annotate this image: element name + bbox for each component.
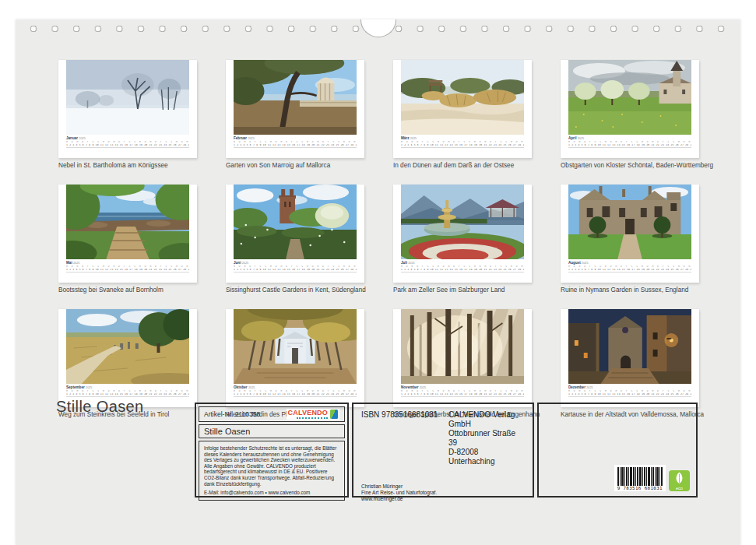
mini-month-name: Mai	[66, 261, 72, 265]
calvendo-flag-icon	[330, 410, 338, 419]
mini-year: 2025	[242, 262, 248, 265]
mini-month-name: Oktober	[234, 385, 248, 389]
mini-year: 2025	[410, 137, 417, 140]
mini-calendar-november: November 2025 M D M D F S S M D M D F S …	[401, 385, 524, 397]
mini-calendar-september: September 2025 M D M D F S S M D M D F S…	[66, 385, 189, 397]
photo-may-boardwalk	[66, 185, 189, 259]
author-website: www.mueringer.de	[361, 496, 525, 502]
month-card-november: November 2025 M D M D F S S M D M D F S …	[393, 309, 532, 407]
month-card-february: Februar 2025 M D M D F S S M D M D F S S…	[226, 60, 364, 158]
month-cell-december: Dezember 2025 M D M D F S S M D M D F S …	[561, 302, 699, 419]
mini-month-name: Dezember	[568, 385, 585, 389]
mini-year: 2025	[79, 137, 85, 140]
mini-date-row: 1 2 3 4 5 6 7 8 9 10 11 12 13 14 15 16 1…	[66, 393, 189, 397]
isbn: ISBN 9783516681031	[361, 410, 439, 466]
info-box: Artikel-Nr. 2110358 CALVENDO Stille Oase…	[195, 403, 349, 498]
mini-calendar-march: März 2025 M D M D F S S M D M D F S S M …	[401, 136, 524, 148]
caption-march: In den Dünen auf dem Darß an der Ostsee	[393, 162, 532, 170]
month-cell-february: Februar 2025 M D M D F S S M D M D F S S…	[226, 53, 364, 170]
publisher-box: ISBN 9783516681031 CALVENDO Verlag GmbH …	[352, 403, 534, 498]
mini-year: 2025	[586, 386, 592, 389]
mini-year: 2025	[578, 137, 584, 140]
calvendo-tagline	[297, 417, 328, 419]
legal-text-cell: Infolge bestehender Schutzrechte ist es …	[199, 441, 345, 501]
month-cell-june: Juni 2025 M D M D F S S M D M D F S S M …	[226, 178, 364, 294]
month-cell-july: Juli 2025 M D M D F S S M D M D F S S M …	[393, 178, 532, 294]
mini-year: 2025	[248, 137, 254, 140]
photo-june-sissinghurst	[234, 185, 357, 259]
caption-july: Park am Zeller See im Salzburger Land	[393, 287, 532, 294]
ean-barcode: 9 783516 681031	[614, 465, 666, 492]
month-thumbnails-grid: Januar 2025 M D M D F S S M D M D F S S …	[58, 53, 700, 419]
author-name: Christian Müringer	[361, 483, 525, 490]
mini-calendar-january: Januar 2025 M D M D F S S M D M D F S S …	[66, 136, 189, 148]
mini-month-name: Juni	[234, 261, 241, 265]
eco-logo: eco	[669, 470, 690, 491]
mini-month-name: August	[568, 261, 581, 265]
mini-date-row: 1 2 3 4 5 6 7 8 9 10 11 12 13 14 15 16 1…	[568, 269, 691, 272]
mini-calendar-august: August 2025 M D M D F S S M D M D F S S …	[568, 261, 691, 272]
month-card-september: September 2025 M D M D F S S M D M D F S…	[58, 309, 197, 407]
mini-year: 2025	[86, 386, 92, 389]
mini-year: 2025	[408, 262, 414, 265]
month-card-june: Juni 2025 M D M D F S S M D M D F S S M …	[226, 185, 364, 283]
month-card-april: April 2025 M D M D F S S M D M D F S S M…	[561, 60, 699, 158]
photo-february-son-marroig	[234, 60, 357, 135]
photo-august-nymans-ruins	[568, 185, 691, 259]
barcode-number: 9 783516 681031	[617, 486, 663, 491]
mini-calendar-april: April 2025 M D M D F S S M D M D F S S M…	[568, 136, 691, 148]
mini-date-row: 1 2 3 4 5 6 7 8 9 10 11 12 13 14 15 16 1…	[401, 393, 524, 397]
month-card-december: Dezember 2025 M D M D F S S M D M D F S …	[561, 309, 699, 407]
author-role: Fine Art Reise- und Naturfotograf.	[361, 490, 525, 496]
photo-october-tree-avenue	[234, 309, 357, 384]
mini-date-row: 1 2 3 4 5 6 7 8 9 10 11 12 13 14 15 16 1…	[234, 144, 357, 148]
mini-date-row: 1 2 3 4 5 6 7 8 9 10 11 12 13 14 15 16 1…	[401, 269, 524, 272]
mini-date-row: 1 2 3 4 5 6 7 8 9 10 11 12 13 14 15 16 1…	[401, 144, 524, 148]
caption-august: Ruine in Nymans Garden in Sussex, Englan…	[561, 287, 699, 294]
month-cell-may: Mai 2025 M D M D F S S M D M D F S S M D…	[58, 178, 197, 294]
mini-month-name: März	[401, 136, 409, 140]
photo-march-dunes	[401, 60, 524, 135]
contact-line: E-Mail: info@calvendo.com • www.calvendo…	[204, 490, 339, 496]
photo-november-forest-sunrays	[401, 309, 524, 384]
publisher-street: Ottobrunner Straße 39	[448, 429, 525, 448]
calendar-title: Stille Oasen	[56, 398, 144, 416]
month-cell-march: März 2025 M D M D F S S M D M D F S S M …	[393, 53, 532, 170]
month-cell-november: November 2025 M D M D F S S M D M D F S …	[393, 302, 532, 419]
calvendo-logo: CALVENDO	[287, 409, 339, 420]
mini-month-name: September	[66, 385, 85, 389]
mini-year: 2025	[73, 262, 79, 265]
mini-calendar-october: Oktober 2025 M D M D F S S M D M D F S S…	[234, 385, 357, 397]
publisher-city: D-82008 Unterhaching	[448, 448, 525, 466]
month-cell-april: April 2025 M D M D F S S M D M D F S S M…	[561, 53, 699, 170]
mini-date-row: 1 2 3 4 5 6 7 8 9 10 11 12 13 14 15 16 1…	[66, 269, 189, 272]
month-cell-august: August 2025 M D M D F S S M D M D F S S …	[561, 178, 699, 294]
mini-date-row: 1 2 3 4 5 6 7 8 9 10 11 12 13 14 15 16 1…	[66, 144, 189, 148]
mini-year: 2025	[582, 262, 588, 265]
month-cell-october: Oktober 2025 M D M D F S S M D M D F S S…	[226, 302, 364, 419]
publisher-name: CALVENDO Verlag GmbH	[448, 410, 525, 429]
photo-december-valldemossa-night	[568, 309, 691, 384]
caption-june: Sissinghurst Castle Gardens in Kent, Süd…	[226, 287, 364, 294]
mini-year: 2025	[420, 386, 426, 389]
photo-january-winter-fog	[66, 60, 189, 135]
mini-date-row: 1 2 3 4 5 6 7 8 9 10 11 12 13 14 15 16 1…	[234, 393, 357, 397]
caption-april: Obstgarten von Kloster Schöntal, Baden-W…	[561, 162, 699, 170]
mini-date-row: 1 2 3 4 5 6 7 8 9 10 11 12 13 14 15 16 1…	[234, 269, 357, 272]
barcode-box: 9 783516 681031 eco	[537, 403, 698, 498]
caption-january: Nebel in St. Bartholomä am Königssee	[58, 162, 197, 170]
month-card-july: Juli 2025 M D M D F S S M D M D F S S M …	[393, 185, 532, 283]
photo-september-stone-circle	[66, 309, 189, 384]
photo-july-fountain-park	[401, 185, 524, 259]
month-card-october: Oktober 2025 M D M D F S S M D M D F S S…	[226, 309, 364, 407]
calendar-title-cell: Stille Oasen	[199, 424, 345, 438]
photo-april-orchard	[568, 60, 691, 135]
publisher-address: CALVENDO Verlag GmbH Ottobrunner Straße …	[448, 410, 525, 466]
month-card-august: August 2025 M D M D F S S M D M D F S S …	[561, 185, 699, 283]
mini-month-name: Januar	[66, 136, 78, 140]
mini-calendar-february: Februar 2025 M D M D F S S M D M D F S S…	[234, 136, 357, 148]
calvendo-wordmark: CALVENDO	[288, 410, 328, 417]
mini-month-name: April	[568, 136, 576, 140]
caption-may: Bootssteg bei Svaneke auf Bornholm	[58, 287, 197, 294]
article-number-cell: Artikel-Nr. 2110358 CALVENDO	[199, 406, 345, 422]
